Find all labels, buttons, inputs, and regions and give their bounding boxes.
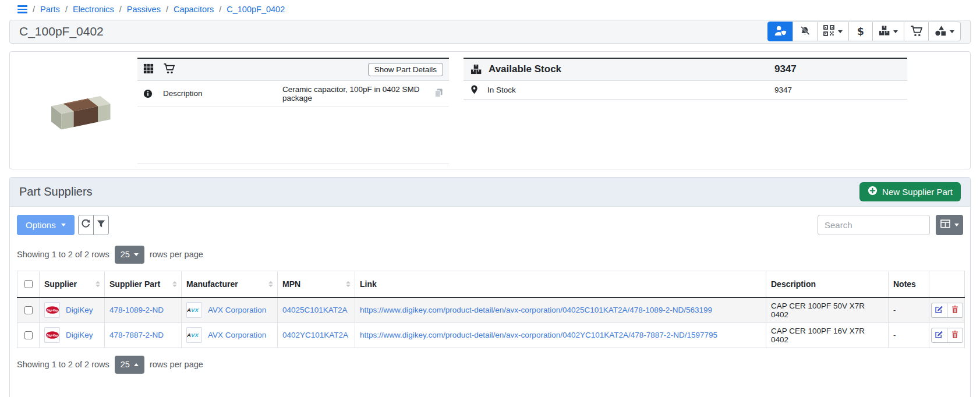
- column-supplier-part[interactable]: Supplier Part: [105, 271, 182, 297]
- column-description-label: Description: [771, 279, 816, 289]
- search-input[interactable]: [818, 215, 930, 235]
- chevron-down-icon: [954, 224, 959, 226]
- part-actions-button[interactable]: [928, 22, 961, 41]
- supplier-part-link[interactable]: 478-7887-2-ND: [109, 331, 164, 339]
- manufacturer-link[interactable]: AVX Corporation: [208, 331, 266, 339]
- sort-icon: [172, 281, 177, 287]
- location-pin-icon: [470, 85, 480, 94]
- delete-supplier-part-button[interactable]: [947, 303, 963, 318]
- capacitor-image: [39, 83, 117, 138]
- supplier-link[interactable]: DigiKey: [66, 331, 93, 339]
- digikey-logo: Digi-Key: [44, 327, 60, 343]
- breadcrumb-separator: /: [33, 5, 35, 14]
- select-all-header[interactable]: [17, 271, 40, 297]
- column-supplier[interactable]: Supplier: [40, 271, 105, 297]
- svg-text:A: A: [187, 332, 191, 338]
- chevron-down-icon: [838, 30, 843, 33]
- page-size-button[interactable]: 25: [115, 246, 144, 264]
- svg-text:Digi-Key: Digi-Key: [47, 309, 58, 312]
- page-size-value: 25: [121, 250, 130, 259]
- trash-icon: [951, 330, 959, 341]
- edit-pencil-icon: [935, 305, 943, 316]
- sort-icon: [268, 281, 273, 287]
- table-tool-group: [78, 215, 109, 235]
- external-url-link[interactable]: https://www.digikey.com/product-detail/e…: [360, 331, 717, 339]
- svg-text:VX: VX: [191, 332, 199, 338]
- breadcrumb-separator: /: [166, 5, 168, 14]
- filter-button[interactable]: [93, 215, 109, 235]
- column-mpn[interactable]: MPN: [278, 271, 355, 297]
- description-row: Description Ceramic capacitor, 100pF in …: [137, 81, 449, 107]
- shopping-cart-icon: [910, 25, 922, 38]
- part-thumbnail[interactable]: [18, 58, 137, 163]
- edit-supplier-part-button[interactable]: [931, 328, 947, 343]
- row-description: CAP CER 100PF 50V X7R 0402: [771, 302, 865, 319]
- in-stock-value: 9347: [774, 86, 900, 94]
- show-part-details-button[interactable]: Show Part Details: [368, 63, 443, 76]
- svg-text:Digi-Key: Digi-Key: [47, 334, 58, 337]
- page-header-bar: C_100pF_0402: [9, 20, 971, 44]
- subscribe-user-button[interactable]: [767, 22, 793, 41]
- external-url-link[interactable]: https://www.digikey.com/product-detail/e…: [360, 306, 712, 314]
- cart-icon: [163, 63, 175, 76]
- mpn-link[interactable]: 04025C101KAT2A: [282, 306, 348, 314]
- refresh-button[interactable]: [78, 215, 94, 235]
- column-notes: Notes: [889, 271, 929, 297]
- stock-actions-button[interactable]: [872, 22, 904, 41]
- barcode-actions-button[interactable]: [817, 22, 849, 41]
- new-supplier-part-label: New Supplier Part: [882, 187, 953, 197]
- breadcrumb: / Parts / Electronics / Passives / Capac…: [0, 0, 980, 19]
- edit-supplier-part-button[interactable]: [931, 303, 947, 318]
- column-manufacturer[interactable]: Manufacturer: [182, 271, 278, 297]
- available-stock-header: Available Stock 9347: [464, 59, 907, 81]
- supplier-part-link[interactable]: 478-1089-2-ND: [109, 306, 164, 314]
- digikey-logo: Digi-Key: [44, 302, 60, 318]
- paging-top: Showing 1 to 2 of 2 rows 25 rows per pag…: [17, 246, 963, 264]
- trash-icon: [951, 305, 959, 316]
- mpn-link[interactable]: 0402YC101KAT2A: [282, 331, 348, 339]
- column-actions: [929, 271, 965, 297]
- supplier-link[interactable]: DigiKey: [66, 306, 93, 314]
- stock-boxes-icon: [879, 25, 890, 38]
- page-size-button[interactable]: 25: [115, 356, 144, 374]
- breadcrumb-separator: /: [219, 5, 221, 14]
- supplier-parts-table: Supplier Supplier Part Manufacturer MPN …: [17, 271, 965, 348]
- available-stock-title: Available Stock: [489, 63, 774, 75]
- column-settings-button[interactable]: [936, 215, 963, 235]
- paging-suffix-text: rows per page: [150, 250, 203, 259]
- pricing-button[interactable]: $: [848, 22, 873, 41]
- breadcrumb-electronics[interactable]: Electronics: [73, 5, 114, 14]
- part-action-buttons: $: [767, 22, 961, 41]
- new-supplier-part-button[interactable]: New Supplier Part: [859, 182, 961, 201]
- grid-icon: [143, 63, 154, 76]
- row-checkbox[interactable]: [24, 306, 33, 314]
- table-header-row: Supplier Supplier Part Manufacturer MPN …: [17, 271, 965, 297]
- copy-icon[interactable]: [434, 88, 443, 100]
- breadcrumb-capacitors[interactable]: Capacitors: [174, 5, 214, 14]
- chevron-down-icon: [950, 30, 954, 33]
- in-stock-label: In Stock: [487, 86, 774, 94]
- options-button[interactable]: Options: [17, 215, 75, 235]
- chevron-up-icon: [134, 363, 139, 366]
- breadcrumb-parts[interactable]: Parts: [40, 5, 60, 14]
- column-link-label: Link: [360, 279, 377, 289]
- select-all-checkbox[interactable]: [24, 280, 33, 288]
- part-suppliers-title: Part Suppliers: [19, 185, 93, 198]
- notification-off-button[interactable]: [793, 22, 818, 41]
- description-label: Description: [163, 89, 282, 98]
- order-part-button[interactable]: [904, 22, 929, 41]
- menu-icon[interactable]: [17, 4, 27, 15]
- delete-supplier-part-button[interactable]: [947, 328, 963, 343]
- currency-icon: $: [857, 26, 864, 37]
- sort-icon: [95, 281, 100, 287]
- avx-logo: A VX: [186, 302, 202, 318]
- manufacturer-link[interactable]: AVX Corporation: [208, 306, 266, 314]
- row-checkbox[interactable]: [24, 331, 33, 339]
- breadcrumb-current-part[interactable]: C_100pF_0402: [227, 5, 285, 14]
- part-overview-panel: Show Part Details Description Ceramic ca…: [9, 51, 971, 169]
- breadcrumb-passives[interactable]: Passives: [127, 5, 161, 14]
- page-size-value: 25: [121, 360, 130, 369]
- table-controls: Options: [17, 215, 963, 235]
- boxes-icon: [470, 64, 482, 75]
- column-link: Link: [355, 271, 766, 297]
